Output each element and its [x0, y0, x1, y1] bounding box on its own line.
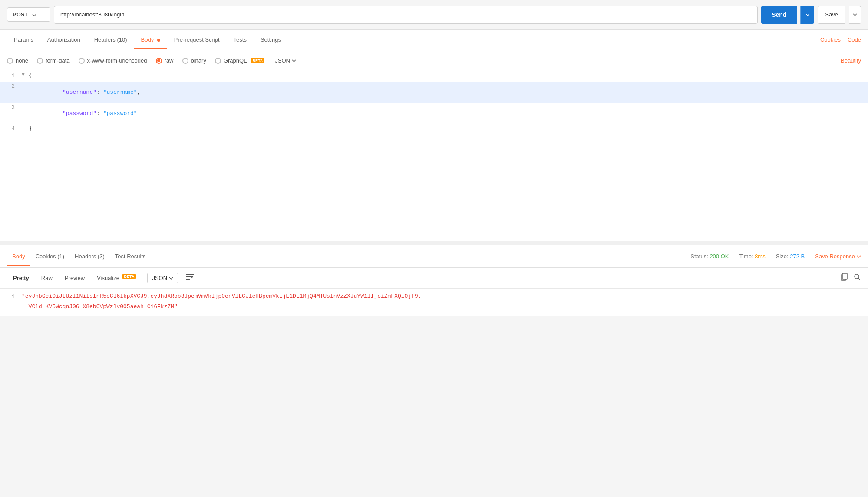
search-icon[interactable] — [853, 273, 861, 283]
method-select[interactable]: POST — [7, 7, 50, 22]
send-button[interactable]: Send — [761, 6, 797, 24]
body-active-dot — [157, 39, 160, 42]
option-graphql[interactable]: GraphQL BETA — [215, 57, 264, 64]
format-preview[interactable]: Preview — [59, 272, 91, 284]
line-number-3: 3 — [0, 104, 22, 111]
cookies-link[interactable]: Cookies — [820, 36, 841, 43]
save-button[interactable]: Save — [818, 6, 845, 24]
format-visualize[interactable]: Visualize BETA — [91, 272, 142, 284]
line-content-3: "password": "password" — [29, 104, 868, 123]
tab-prerequest[interactable]: Pre-request Script — [167, 30, 227, 49]
radio-form-data — [37, 58, 43, 64]
format-pretty[interactable]: Pretty — [7, 272, 35, 284]
request-tabs: Params Authorization Headers (10) Body P… — [0, 30, 868, 50]
copy-icon[interactable] — [840, 273, 848, 283]
time-label: Time: — [739, 253, 753, 260]
code-line-2: 2 "username": "username", — [0, 82, 868, 103]
code-editor[interactable]: 1 ▼ { 2 "username": "username", 3 "passw… — [0, 71, 868, 245]
line-toggle-2 — [22, 82, 29, 88]
line-number-2: 2 — [0, 82, 22, 89]
response-line-number-1: 1 — [0, 293, 22, 300]
json-selector[interactable]: JSON — [275, 57, 296, 64]
tab-params[interactable]: Params — [7, 30, 40, 49]
tab-right-actions: Cookies Code — [820, 36, 861, 43]
send-dropdown[interactable] — [800, 6, 814, 24]
response-line-number-2 — [0, 303, 22, 304]
line-number-4: 4 — [0, 125, 22, 132]
tab-settings[interactable]: Settings — [254, 30, 288, 49]
line-toggle-1[interactable]: ▼ — [22, 72, 29, 77]
format-raw[interactable]: Raw — [35, 272, 59, 284]
line-content-4: } — [29, 125, 868, 132]
line-toggle-3 — [22, 104, 29, 109]
response-format-bar: Pretty Raw Preview Visualize BETA JSON — [0, 268, 868, 289]
tab-body[interactable]: Body — [134, 30, 167, 49]
radio-none — [7, 58, 13, 64]
graphql-beta-badge: BETA — [251, 58, 264, 63]
tab-tests[interactable]: Tests — [227, 30, 254, 49]
method-chevron-icon — [32, 11, 36, 18]
response-line-2: VCld_KV5WcqnJ06_X8ebOVpWzlv0O5aeah_Ci6Fk… — [0, 303, 868, 313]
line-number-1: 1 — [0, 72, 22, 79]
option-none[interactable]: none — [7, 57, 28, 64]
response-content-2: VCld_KV5WcqnJ06_X8ebOVpWzlv0O5aeah_Ci6Fk… — [22, 303, 868, 310]
response-tabs-bar: Body Cookies (1) Headers (3) Test Result… — [0, 245, 868, 268]
time-value: 8ms — [755, 253, 766, 260]
option-binary[interactable]: binary — [182, 57, 206, 64]
response-body: 1 "eyJhbGciOiJIUzI1NiIsInR5cCI6IkpXVCJ9.… — [0, 289, 868, 316]
wrap-icon[interactable] — [185, 273, 195, 283]
code-line-3: 3 "password": "password" — [0, 103, 868, 124]
save-dropdown[interactable] — [849, 6, 861, 24]
url-bar: POST Send Save — [0, 0, 868, 30]
code-link[interactable]: Code — [848, 36, 861, 43]
radio-urlencoded — [79, 58, 85, 64]
response-icons — [840, 273, 861, 283]
response-tab-headers[interactable]: Headers (3) — [69, 247, 110, 266]
code-line-1: 1 ▼ { — [0, 71, 868, 82]
svg-line-6 — [858, 278, 860, 280]
size-label: Size: — [776, 253, 789, 260]
size-value: 272 B — [790, 253, 805, 260]
line-toggle-4 — [22, 125, 29, 130]
status-value: 200 OK — [710, 253, 729, 260]
response-content-1: "eyJhbGciOiJIUzI1NiIsInR5cCI6IkpXVCJ9.ey… — [22, 293, 868, 300]
response-status: Status: 200 OK Time: 8ms Size: 272 B Sav… — [690, 253, 861, 260]
response-tab-test-results[interactable]: Test Results — [110, 247, 151, 266]
option-raw[interactable]: raw — [156, 57, 174, 64]
code-line-4: 4 } — [0, 124, 868, 135]
url-input[interactable] — [54, 6, 758, 24]
body-options: none form-data x-www-form-urlencoded raw… — [0, 50, 868, 71]
method-label: POST — [13, 11, 28, 18]
response-tab-body[interactable]: Body — [7, 247, 30, 266]
format-json-selector[interactable]: JSON — [147, 273, 178, 283]
option-form-data[interactable]: form-data — [37, 57, 70, 64]
line-content-2: "username": "username", — [29, 82, 868, 102]
response-line-1: 1 "eyJhbGciOiJIUzI1NiIsInR5cCI6IkpXVCJ9.… — [0, 292, 868, 303]
visualize-beta-badge: BETA — [122, 274, 136, 279]
option-urlencoded[interactable]: x-www-form-urlencoded — [79, 57, 147, 64]
tab-authorization[interactable]: Authorization — [40, 30, 87, 49]
radio-raw — [156, 58, 162, 64]
radio-binary — [182, 58, 188, 64]
svg-point-5 — [855, 274, 859, 279]
response-tab-cookies[interactable]: Cookies (1) — [30, 247, 69, 266]
status-label: Status: — [690, 253, 708, 260]
tab-headers[interactable]: Headers (10) — [87, 30, 134, 49]
line-content-1: { — [29, 72, 868, 79]
beautify-button[interactable]: Beautify — [841, 57, 861, 64]
save-response-button[interactable]: Save Response — [815, 253, 861, 260]
svg-rect-4 — [842, 273, 847, 279]
radio-graphql — [215, 58, 221, 64]
response-section: Body Cookies (1) Headers (3) Test Result… — [0, 245, 868, 316]
